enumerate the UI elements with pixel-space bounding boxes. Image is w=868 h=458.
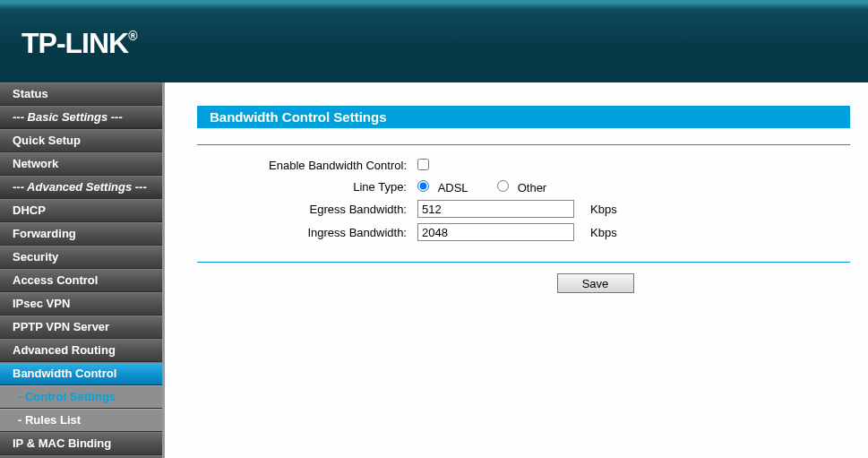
ingress-bandwidth-input[interactable] [417, 223, 574, 241]
sidebar-subitem-control-settings[interactable]: - Control Settings [0, 385, 162, 409]
sidebar-item-ip-mac-binding[interactable]: IP & MAC Binding [0, 432, 162, 455]
sidebar-item-forwarding[interactable]: Forwarding [0, 222, 162, 246]
enable-label: Enable Bandwidth Control: [224, 154, 412, 176]
save-row: Save [197, 273, 850, 293]
sidebar-item-access-control[interactable]: Access Control [0, 269, 162, 292]
enable-bandwidth-checkbox[interactable] [417, 159, 429, 170]
divider-top [197, 144, 850, 145]
sidebar-item-ipsec-vpn[interactable]: IPsec VPN [0, 292, 162, 315]
main-layout: Status --- Basic Settings --- Quick Setu… [0, 82, 868, 458]
form-table: Enable Bandwidth Control: Line Type: ADS… [224, 154, 623, 244]
sidebar-section-advanced: --- Advanced Settings --- [0, 176, 162, 199]
page-title: Bandwidth Control Settings [197, 106, 850, 128]
line-type-other-radio[interactable] [497, 180, 509, 192]
ingress-label: Ingress Bandwidth: [224, 220, 412, 244]
line-type-label: Line Type: [224, 176, 412, 197]
ingress-unit: Kbps [580, 220, 623, 244]
sidebar-section-basic: --- Basic Settings --- [0, 106, 162, 129]
sidebar-item-advanced-routing[interactable]: Advanced Routing [0, 339, 162, 362]
line-type-other-label: Other [518, 181, 547, 194]
content: Bandwidth Control Settings Enable Bandwi… [162, 82, 868, 458]
sidebar-item-status[interactable]: Status [0, 82, 162, 106]
sidebar-item-pptp-vpn-server[interactable]: PPTP VPN Server [0, 315, 162, 339]
egress-unit: Kbps [580, 197, 623, 220]
sidebar-item-security[interactable]: Security [0, 246, 162, 269]
brand-logo: TP-LINK® [21, 27, 137, 60]
sidebar: Status --- Basic Settings --- Quick Setu… [0, 82, 162, 458]
save-button[interactable]: Save [557, 273, 634, 293]
sidebar-item-quick-setup[interactable]: Quick Setup [0, 129, 162, 152]
brand-text: TP-LINK [21, 27, 128, 59]
sidebar-item-network[interactable]: Network [0, 152, 162, 176]
sidebar-item-dhcp[interactable]: DHCP [0, 199, 162, 222]
line-type-adsl-label: ADSL [438, 181, 468, 194]
registered-icon: ® [128, 29, 136, 43]
egress-bandwidth-input[interactable] [417, 200, 574, 218]
sidebar-subitem-rules-list[interactable]: - Rules List [0, 409, 162, 432]
sidebar-item-bandwidth-control[interactable]: Bandwidth Control [0, 362, 162, 385]
line-type-adsl-radio[interactable] [417, 180, 429, 192]
header: TP-LINK® [0, 0, 868, 82]
divider-bottom [197, 262, 850, 263]
egress-label: Egress Bandwidth: [224, 197, 412, 220]
